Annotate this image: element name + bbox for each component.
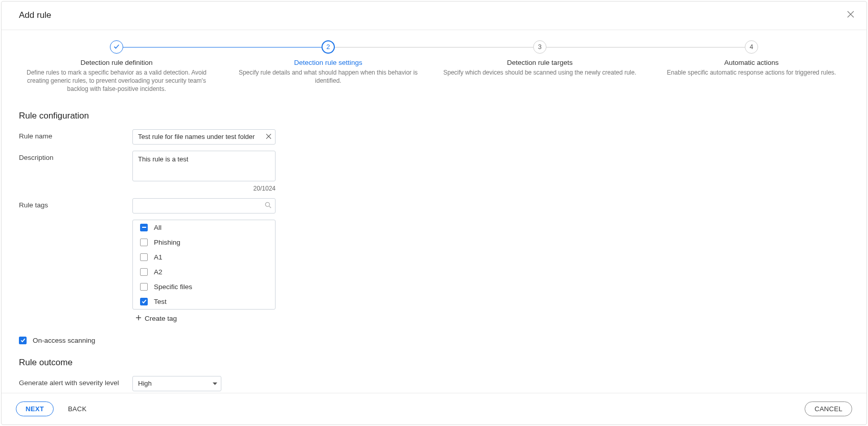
close-icon	[847, 12, 854, 19]
step-desc: Define rules to mark a specific behavior…	[19, 68, 214, 93]
step-desc: Specify which devices should be scanned …	[443, 68, 637, 77]
severity-row: Generate alert with severity level High	[19, 376, 849, 391]
on-access-row[interactable]: On-access scanning	[19, 337, 849, 344]
step-title: Detection rule definition	[15, 59, 218, 66]
step-connector	[540, 47, 751, 48]
severity-select[interactable]: High	[132, 376, 221, 391]
tag-label: Phishing	[154, 239, 180, 246]
clear-rule-name-button[interactable]	[265, 132, 272, 141]
description-row: Description 20/1024	[19, 151, 849, 192]
footer-left: NEXT BACK	[16, 401, 88, 416]
tag-list: All Phishing A1 A2	[132, 220, 276, 310]
cancel-button[interactable]: CANCEL	[805, 401, 852, 416]
tag-search-wrap	[132, 198, 276, 214]
tag-search-input[interactable]	[132, 198, 276, 214]
step-connector	[328, 47, 540, 48]
svg-line-5	[269, 206, 271, 208]
tag-item-specific-files[interactable]: Specific files	[133, 279, 275, 294]
svg-point-4	[265, 202, 269, 206]
search-icon	[265, 202, 271, 210]
tag-label: All	[154, 224, 162, 231]
step-title: Detection rule settings	[226, 59, 430, 66]
step-circle: 3	[533, 40, 546, 54]
severity-value: High	[138, 380, 152, 387]
checkbox-unchecked[interactable]	[140, 283, 148, 291]
rule-name-row: Rule name	[19, 129, 849, 145]
checkbox-unchecked[interactable]	[140, 268, 148, 276]
checkbox-unchecked[interactable]	[140, 253, 148, 261]
next-button[interactable]: NEXT	[16, 401, 54, 416]
step-desc: Specify rule details and what should hap…	[231, 68, 425, 85]
step-circle: 4	[745, 40, 758, 54]
close-button[interactable]	[845, 9, 856, 21]
step-3[interactable]: 3 Detection rule targets Specify which d…	[434, 40, 646, 77]
step-1[interactable]: Detection rule definition Define rules t…	[11, 40, 222, 93]
tag-label: Test	[154, 298, 167, 305]
back-button[interactable]: BACK	[66, 402, 89, 416]
plus-icon	[135, 315, 145, 322]
step-desc: Enable specific automatic response actio…	[654, 68, 849, 77]
step-circle-completed	[110, 40, 123, 54]
on-access-label: On-access scanning	[33, 337, 95, 344]
check-icon	[113, 43, 120, 51]
char-count: 20/1024	[132, 185, 276, 192]
step-connector	[117, 47, 328, 48]
tag-item-phishing[interactable]: Phishing	[133, 235, 275, 250]
rule-name-input[interactable]	[132, 129, 276, 145]
rule-outcome-section-title: Rule outcome	[19, 358, 849, 368]
severity-label: Generate alert with severity level	[19, 376, 132, 387]
dialog-footer: NEXT BACK CANCEL	[2, 393, 866, 424]
chevron-down-icon	[213, 380, 217, 387]
checkbox-unchecked[interactable]	[140, 239, 148, 246]
svg-marker-8	[213, 382, 217, 385]
close-icon	[266, 133, 271, 140]
create-tag-button[interactable]: Create tag	[132, 315, 276, 322]
rule-name-label: Rule name	[19, 129, 132, 140]
wizard-stepper: Detection rule definition Define rules t…	[2, 30, 866, 93]
step-circle-active: 2	[322, 40, 335, 54]
checkbox-indeterminate[interactable]	[140, 224, 148, 231]
tag-item-a2[interactable]: A2	[133, 265, 275, 279]
tag-item-test[interactable]: Test	[133, 294, 275, 309]
dialog-body: Rule configuration Rule name Description…	[2, 93, 866, 393]
severity-select-wrap: High	[132, 376, 221, 391]
add-rule-dialog: Add rule Detection rule definition Defin…	[1, 1, 867, 425]
create-tag-label: Create tag	[145, 315, 177, 322]
rule-config-section-title: Rule configuration	[19, 111, 849, 121]
rule-tags-field-wrap: All Phishing A1 A2	[132, 198, 276, 322]
checkbox-checked[interactable]	[140, 298, 148, 305]
dialog-header: Add rule	[2, 2, 866, 30]
tag-label: A1	[154, 253, 163, 261]
tag-label: A2	[154, 268, 163, 276]
step-4[interactable]: 4 Automatic actions Enable specific auto…	[646, 40, 857, 77]
rule-tags-label: Rule tags	[19, 198, 132, 209]
tag-item-a1[interactable]: A1	[133, 250, 275, 265]
step-title: Detection rule targets	[438, 59, 642, 66]
step-title: Automatic actions	[650, 59, 853, 66]
description-textarea[interactable]	[132, 151, 276, 181]
dialog-title: Add rule	[19, 10, 51, 20]
description-label: Description	[19, 151, 132, 161]
description-field-wrap: 20/1024	[132, 151, 276, 192]
tag-label: Specific files	[154, 283, 192, 291]
rule-tags-row: Rule tags All Phishing	[19, 198, 849, 322]
tag-item-all[interactable]: All	[133, 220, 275, 235]
on-access-checkbox[interactable]	[19, 337, 27, 344]
rule-name-field-wrap	[132, 129, 276, 145]
